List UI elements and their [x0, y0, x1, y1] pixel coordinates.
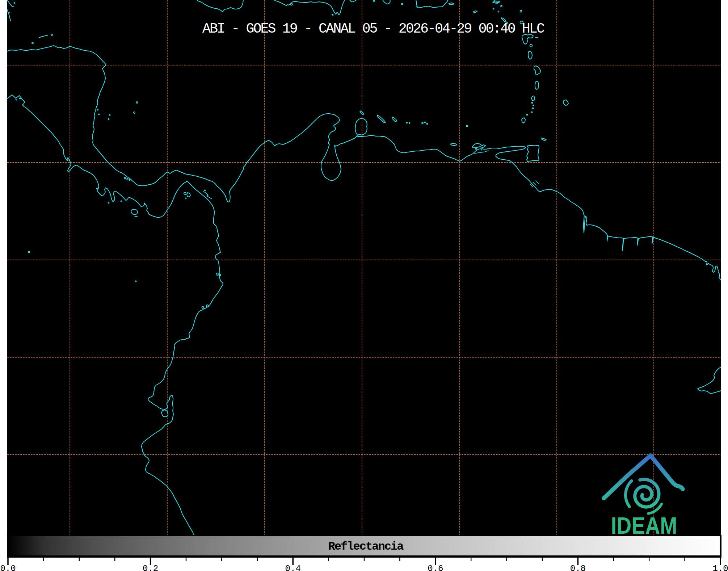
svg-text:0.2: 0.2: [143, 564, 158, 571]
svg-text:1.0: 1.0: [712, 564, 728, 571]
svg-text:0.4: 0.4: [285, 564, 301, 571]
svg-text:IDEAM: IDEAM: [611, 513, 677, 539]
svg-text:0.0: 0.0: [0, 564, 16, 571]
svg-text:Reflectancia: Reflectancia: [328, 540, 404, 553]
svg-text:0.8: 0.8: [570, 564, 586, 571]
svg-text:ABI - GOES 19 - CANAL 05 - 202: ABI - GOES 19 - CANAL 05 - 2026-04-29 00…: [202, 21, 544, 37]
svg-text:0.6: 0.6: [428, 564, 443, 571]
